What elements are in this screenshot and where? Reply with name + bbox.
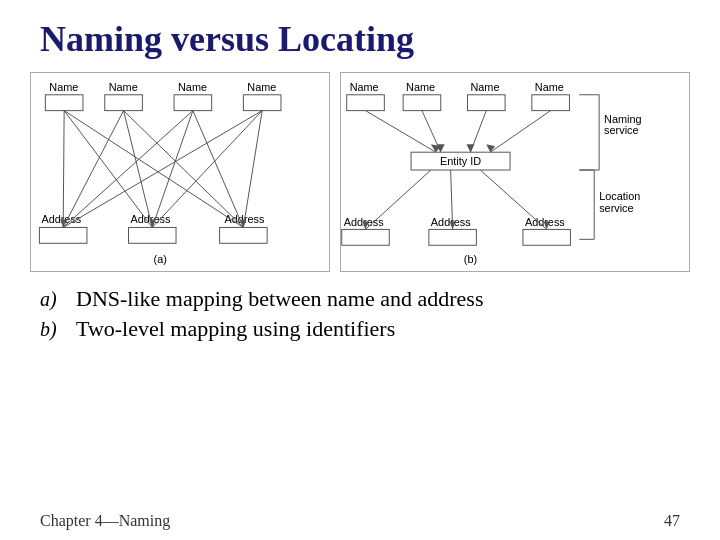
svg-text:Location: Location — [599, 190, 640, 202]
svg-text:Name: Name — [350, 81, 379, 93]
svg-text:Naming: Naming — [604, 113, 641, 125]
footer-chapter: Chapter 4—Naming — [40, 512, 170, 530]
svg-rect-4 — [45, 95, 83, 111]
bullet-row-a: a) DNS-like mapping between name and add… — [40, 286, 680, 312]
diagram-area: Name Name Name Name Address Address Addr… — [0, 72, 720, 272]
svg-line-54 — [366, 170, 431, 229]
svg-line-16 — [64, 111, 243, 228]
svg-text:service: service — [599, 202, 633, 214]
svg-line-15 — [64, 111, 152, 228]
svg-text:Name: Name — [109, 81, 138, 93]
svg-rect-7 — [243, 95, 281, 111]
svg-line-43 — [490, 111, 550, 153]
bullet-text-a: DNS-like mapping between name and addres… — [76, 286, 484, 312]
svg-text:Name: Name — [535, 81, 564, 93]
svg-text:Name: Name — [406, 81, 435, 93]
svg-line-14 — [63, 111, 64, 228]
svg-text:Name: Name — [470, 81, 499, 93]
bullet-row-b: b) Two-level mapping using identifiers — [40, 316, 680, 342]
svg-line-22 — [193, 111, 243, 228]
svg-text:Name: Name — [178, 81, 207, 93]
svg-text:(a): (a) — [154, 253, 167, 265]
svg-text:Name: Name — [247, 81, 276, 93]
svg-rect-11 — [39, 227, 87, 243]
svg-marker-47 — [486, 144, 495, 152]
bullet-label-a: a) — [40, 288, 72, 311]
diagram-a: Name Name Name Name Address Address Addr… — [30, 72, 330, 272]
svg-rect-37 — [532, 95, 570, 111]
bullet-points: a) DNS-like mapping between name and add… — [0, 272, 720, 342]
footer-page: 47 — [664, 512, 680, 530]
svg-text:Entity ID: Entity ID — [440, 155, 481, 167]
diagram-b: Name Name Name Name Entity ID Address Ad… — [340, 72, 690, 272]
svg-rect-6 — [174, 95, 212, 111]
svg-marker-46 — [466, 144, 474, 152]
bullet-label-b: b) — [40, 318, 72, 341]
svg-rect-53 — [523, 229, 571, 245]
svg-text:(b): (b) — [464, 253, 477, 265]
svg-line-19 — [124, 111, 244, 228]
bullet-text-b: Two-level mapping using identifiers — [76, 316, 395, 342]
footer: Chapter 4—Naming 47 — [0, 512, 720, 530]
svg-rect-35 — [403, 95, 441, 111]
page-title: Naming versus Locating — [0, 0, 720, 68]
svg-rect-5 — [105, 95, 143, 111]
svg-rect-51 — [342, 229, 390, 245]
svg-line-21 — [152, 111, 193, 228]
svg-rect-13 — [220, 227, 268, 243]
svg-rect-36 — [467, 95, 505, 111]
svg-text:Name: Name — [49, 81, 78, 93]
svg-rect-34 — [347, 95, 385, 111]
svg-rect-52 — [429, 229, 477, 245]
svg-rect-12 — [129, 227, 177, 243]
svg-line-56 — [480, 170, 546, 229]
svg-text:service: service — [604, 124, 638, 136]
